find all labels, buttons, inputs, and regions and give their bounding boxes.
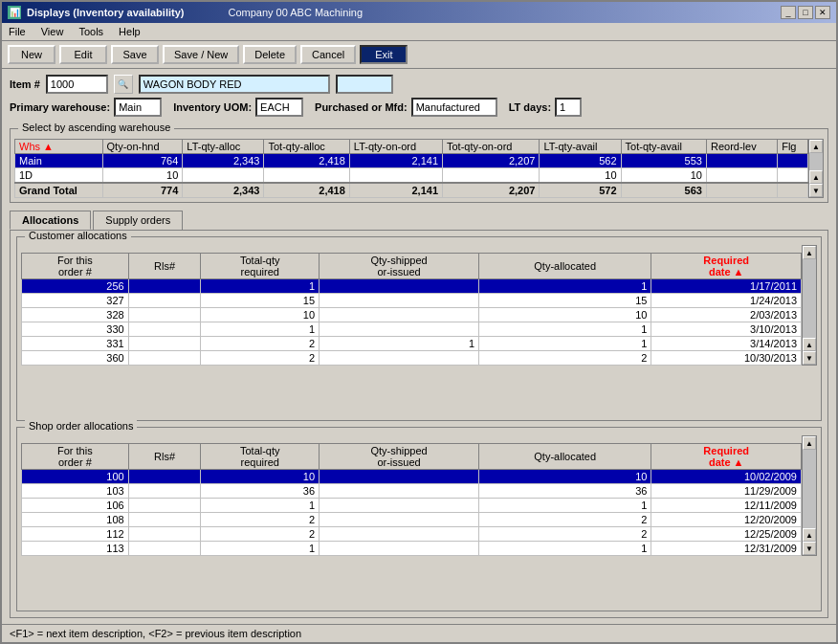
sa-rls-header: Rls#: [128, 444, 201, 470]
save-button[interactable]: Save: [111, 45, 159, 64]
menu-help[interactable]: Help: [116, 25, 143, 38]
toolbar: New Edit Save Save / New Delete Cancel E…: [2, 41, 836, 69]
ca-scroll-down-button[interactable]: ▼: [803, 351, 816, 365]
close-button[interactable]: ✕: [815, 6, 830, 19]
maximize-button[interactable]: □: [798, 6, 813, 19]
item-label: Item #: [10, 78, 40, 90]
ca-scroll-up-button[interactable]: ▲: [803, 246, 816, 259]
scroll-up2-button[interactable]: ▲: [809, 170, 823, 184]
shop-alloc-scrollbar[interactable]: ▲ ▲ ▼: [802, 435, 817, 556]
ca-req-date-header: Requireddate ▲: [651, 254, 802, 279]
item-row: Item # 🔍: [10, 75, 828, 94]
title-bar-left: 📊 Displays (Inventory availability) Comp…: [8, 6, 363, 19]
menu-tools[interactable]: Tools: [76, 25, 106, 38]
customer-alloc-row[interactable]: 32715151/24/2013: [22, 294, 802, 308]
customer-alloc-row[interactable]: 3312113/14/2013: [22, 337, 802, 351]
new-button[interactable]: New: [8, 45, 55, 64]
shop-allocations-section: Shop order allocations For thisorder # R…: [16, 427, 822, 611]
main-content: Item # 🔍 Primary warehouse: Inventory UO…: [2, 69, 836, 624]
warehouse-row[interactable]: 1D101010: [15, 168, 808, 184]
shop-alloc-row[interactable]: 100101010/02/2009: [22, 470, 802, 484]
item-details-row: Primary warehouse: Inventory UOM: Purcha…: [10, 98, 828, 117]
customer-alloc-row[interactable]: 3602210/30/2013: [22, 351, 802, 366]
shop-alloc-row[interactable]: 1082212/20/2009: [22, 513, 802, 527]
shop-alloc-row[interactable]: 1061112/11/2009: [22, 499, 802, 513]
customer-alloc-table-wrap: For thisorder # Rls# Total-qtyrequired Q…: [21, 245, 802, 366]
warehouse-group: Select by ascending warehouse Whs ▲ Qty-…: [10, 128, 828, 203]
warehouse-row[interactable]: Main7642,3432,4182,1412,207562553: [15, 154, 808, 168]
warehouse-table-wrapper: Whs ▲ Qty-on-hnd LT-qty-alloc Tot-qty-al…: [14, 139, 824, 198]
menu-bar: File View Tools Help: [2, 23, 836, 41]
shop-allocations-title: Shop order allocations: [25, 420, 137, 432]
delete-button[interactable]: Delete: [243, 45, 297, 64]
purchased-label: Purchased or Mfd:: [315, 101, 408, 113]
shop-alloc-table-wrap: For thisorder # Rls# Total-qtyrequired Q…: [21, 435, 802, 556]
whs-header: Whs ▲: [15, 140, 103, 154]
purchased-field: Purchased or Mfd:: [315, 98, 497, 117]
ca-order-header: For thisorder #: [22, 254, 129, 279]
scroll-track: [809, 153, 823, 170]
menu-view[interactable]: View: [38, 25, 67, 38]
lt-days-input[interactable]: [555, 98, 582, 117]
warehouse-table-area: Whs ▲ Qty-on-hnd LT-qty-alloc Tot-qty-al…: [14, 139, 808, 198]
scroll-down-button[interactable]: ▼: [809, 184, 823, 197]
customer-alloc-row[interactable]: 256111/17/2011: [22, 279, 802, 294]
customer-allocations-section: Customer allocations For thisorder # Rls…: [16, 236, 822, 421]
warehouse-group-title: Select by ascending warehouse: [18, 122, 174, 133]
primary-warehouse-input[interactable]: [114, 98, 162, 117]
customer-alloc-row[interactable]: 32810102/03/2013: [22, 308, 802, 322]
ca-qty-allocated-header: Qty-allocated: [479, 254, 651, 279]
reord-lev-header: Reord-lev: [706, 140, 777, 154]
sa-qty-allocated-header: Qty-allocated: [479, 444, 651, 470]
ca-scroll-up2-button[interactable]: ▲: [803, 338, 816, 351]
ca-qty-shipped-header: Qty-shippedor-issued: [320, 254, 479, 279]
grand-total-row: Grand Total7742,3432,4182,1412,207572563: [15, 183, 808, 198]
sa-scroll-up-button[interactable]: ▲: [803, 436, 816, 450]
shop-alloc-row[interactable]: 103363611/29/2009: [22, 484, 802, 499]
qty-on-hnd-header: Qty-on-hnd: [102, 140, 183, 154]
item-description-input[interactable]: [139, 75, 330, 94]
minimize-button[interactable]: _: [781, 6, 796, 19]
sa-scroll-down-button[interactable]: ▼: [803, 542, 816, 555]
company-name: Company 00 ABC Machining: [228, 7, 363, 18]
tot-qty-avail-header: Tot-qty-avail: [621, 140, 706, 154]
customer-alloc-row[interactable]: 330113/10/2013: [22, 322, 802, 337]
purchased-input[interactable]: [411, 98, 497, 117]
item-extra-input[interactable]: [336, 75, 393, 94]
sa-order-header: For thisorder #: [22, 444, 129, 470]
edit-button[interactable]: Edit: [59, 45, 107, 64]
cancel-button[interactable]: Cancel: [300, 45, 356, 64]
customer-alloc-table: For thisorder # Rls# Total-qtyrequired Q…: [21, 253, 802, 366]
lt-qty-on-ord-header: LT-qty-on-ord: [349, 140, 442, 154]
shop-alloc-table: For thisorder # Rls# Total-qtyrequired Q…: [21, 443, 802, 556]
customer-alloc-scrollbar[interactable]: ▲ ▲ ▼: [802, 245, 817, 366]
ca-total-qty-header: Total-qtyrequired: [201, 254, 320, 279]
ca-rls-header: Rls#: [128, 254, 201, 279]
tab-allocations[interactable]: Allocations: [10, 211, 91, 230]
warehouse-scrollbar[interactable]: ▲ ▲ ▼: [808, 139, 824, 198]
shop-alloc-row[interactable]: 1122212/25/2009: [22, 527, 802, 542]
exit-button[interactable]: Exit: [360, 45, 408, 64]
inventory-uom-input[interactable]: [255, 98, 303, 117]
search-button[interactable]: 🔍: [114, 75, 133, 94]
sa-scroll-up2-button[interactable]: ▲: [803, 528, 816, 542]
tab-content: Customer allocations For thisorder # Rls…: [10, 230, 828, 618]
status-text: <F1> = next item description, <F2> = pre…: [10, 628, 301, 639]
primary-warehouse-field: Primary warehouse:: [10, 98, 162, 117]
lt-days-field: LT days:: [509, 98, 582, 117]
scroll-up-button[interactable]: ▲: [809, 140, 823, 153]
primary-warehouse-label: Primary warehouse:: [10, 101, 110, 113]
item-number-input[interactable]: [46, 75, 108, 94]
tabs-area: Allocations Supply orders Customer alloc…: [10, 207, 828, 618]
flg-header: Flg: [778, 140, 808, 154]
shop-alloc-row[interactable]: 1131112/31/2009: [22, 542, 802, 556]
inventory-uom-label: Inventory UOM:: [173, 101, 252, 113]
tab-supply-orders[interactable]: Supply orders: [93, 211, 183, 230]
save-new-button[interactable]: Save / New: [163, 45, 239, 64]
warehouse-table: Whs ▲ Qty-on-hnd LT-qty-alloc Tot-qty-al…: [14, 139, 808, 198]
main-window: 📊 Displays (Inventory availability) Comp…: [0, 0, 838, 644]
sa-scroll-track: [803, 450, 816, 528]
menu-file[interactable]: File: [6, 25, 29, 38]
tot-qty-on-ord-header: Tot-qty-on-ord: [443, 140, 540, 154]
sa-total-qty-header: Total-qtyrequired: [201, 444, 320, 470]
